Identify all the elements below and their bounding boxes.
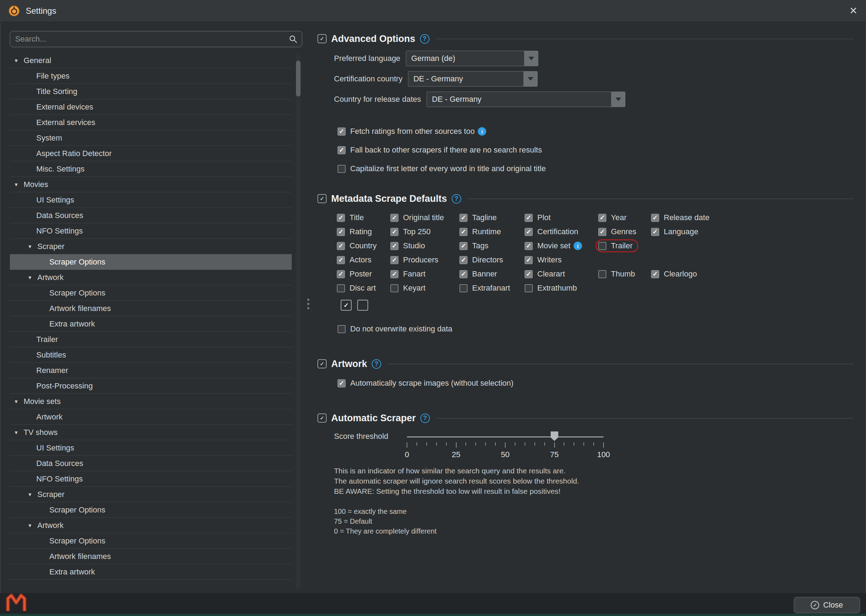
sidebar-item-tv-shows[interactable]: ▼TV shows [10,425,292,440]
meta-checkbox-studio[interactable]: ✓Studio [390,241,425,250]
meta-checkbox-plot[interactable]: ✓Plot [525,213,551,222]
expander-icon[interactable]: ▼ [27,244,33,249]
sidebar-item-movie-sets[interactable]: ▼Movie sets [10,394,292,409]
sidebar-item-nfo-settings[interactable]: NFO Settings [10,471,292,487]
meta-checkbox-rating[interactable]: ✓Rating [337,227,372,236]
search-input[interactable] [15,35,285,44]
checkbox-checked[interactable]: ✓ [651,228,659,236]
sidebar-item-general[interactable]: ▼General [10,53,292,68]
meta-checkbox-runtime[interactable]: ✓Runtime [459,227,501,236]
checkbox-unchecked[interactable] [338,325,346,333]
sidebar-item-ui-settings[interactable]: UI Settings [10,192,292,208]
checkbox-do-not-overwrite-existing-data[interactable]: Do not overwrite existing data [338,324,453,333]
sidebar-item-artwork-filenames[interactable]: Artwork filenames [10,301,292,316]
scrollbar-track[interactable] [296,53,300,589]
checkbox-checked[interactable]: ✓ [390,214,398,222]
search-box[interactable] [10,31,302,47]
checkbox-checked[interactable]: ✓ [337,228,345,236]
sidebar-item-post-processing[interactable]: Post-Processing [10,378,292,394]
meta-checkbox-tagline[interactable]: ✓Tagline [459,213,497,222]
sidebar-item-artwork[interactable]: Artwork [10,409,292,425]
meta-checkbox-top-250[interactable]: ✓Top 250 [390,227,431,236]
sidebar-item-scraper[interactable]: ▼Scraper [10,239,292,254]
checkbox-checked[interactable]: ✓ [459,214,468,222]
checkbox-unchecked[interactable] [459,284,468,292]
checkbox-automatically-scrape-images-without-selection[interactable]: ✓Automatically scrape images (without se… [338,376,513,391]
checkbox-checked[interactable]: ✓ [525,242,533,250]
sidebar-item-aspect-ratio-detector[interactable]: Aspect Ratio Detector [10,146,292,161]
meta-checkbox-producers[interactable]: ✓Producers [390,255,438,264]
meta-checkbox-clearlogo[interactable]: ✓Clearlogo [651,269,697,278]
dropdown-country-for-release-dates[interactable]: DE - Germany [427,91,626,107]
section-collapse-icon[interactable]: ✓ [317,359,327,368]
meta-checkbox-thumb[interactable]: Thumb [598,269,635,278]
close-button[interactable]: ✓ Close [794,597,860,613]
help-icon[interactable]: ? [420,413,430,423]
section-collapse-icon[interactable]: ✓ [317,194,327,203]
checkbox-unchecked[interactable] [390,284,398,292]
sidebar-item-file-types[interactable]: File types [10,68,292,84]
meta-checkbox-country[interactable]: ✓Country [337,241,377,250]
meta-checkbox-extrafanart[interactable]: Extrafanart [459,283,510,293]
checkbox-unchecked[interactable] [598,270,606,278]
meta-checkbox-directors[interactable]: ✓Directors [459,255,503,264]
sidebar-item-system[interactable]: System [10,130,292,146]
sidebar-item-misc-settings[interactable]: Misc. Settings [10,161,292,177]
meta-checkbox-release-date[interactable]: ✓Release date [651,213,710,222]
checkbox-checked[interactable]: ✓ [390,242,398,250]
search-icon[interactable] [289,35,298,44]
meta-checkbox-tags[interactable]: ✓Tags [459,241,488,250]
sidebar-item-external-services[interactable]: External services [10,115,292,130]
checkbox-checked[interactable]: ✓ [459,228,468,236]
sidebar-item-extra-artwork[interactable]: Extra artwork [10,564,292,580]
dropdown-preferred-language[interactable]: German (de) [406,51,538,66]
expander-icon[interactable]: ▼ [27,275,33,280]
dropdown-arrow-button[interactable] [523,71,537,86]
meta-checkbox-disc-art[interactable]: Disc art [337,283,376,293]
expander-icon[interactable]: ▼ [14,58,20,63]
sidebar-item-movies[interactable]: ▼Movies [10,177,292,192]
meta-checkbox-trailer[interactable]: Trailer [598,241,633,250]
expander-icon[interactable]: ▼ [27,523,33,528]
checkbox-fall-back-to-other-scrapers-if-there-are-no-search-results[interactable]: ✓Fall back to other scrapers if there ar… [338,142,546,158]
checkbox-checked[interactable]: ✓ [337,242,345,250]
checkbox-fetch-ratings-from-other-sources-too[interactable]: ✓Fetch ratings from other sources tooi [338,124,546,139]
checkbox-checked[interactable]: ✓ [337,256,345,264]
help-icon[interactable]: ? [372,359,381,369]
meta-checkbox-keyart[interactable]: Keyart [390,283,426,293]
checkbox-checked[interactable]: ✓ [337,270,345,278]
checkbox-capitalize-first-letter-of-every-word-in-title-and-original-title[interactable]: Capitalize first letter of every word in… [338,161,546,176]
checkbox-checked[interactable]: ✓ [390,228,398,236]
meta-checkbox-original-title[interactable]: ✓Original title [390,213,444,222]
expander-icon[interactable]: ▼ [14,430,20,435]
sidebar-item-extra-artwork[interactable]: Extra artwork [10,316,292,332]
meta-checkbox-writers[interactable]: ✓Writers [525,255,562,264]
score-threshold-slider[interactable]: 0255075100 [407,431,604,464]
checkbox-checked[interactable]: ✓ [459,242,468,250]
check-all-button[interactable]: ✓ [341,300,352,311]
sidebar-item-scraper-options[interactable]: Scraper Options [10,502,292,518]
dropdown-arrow-button[interactable] [611,92,625,107]
meta-checkbox-certification[interactable]: ✓Certification [525,227,578,236]
section-collapse-icon[interactable]: ✓ [317,34,327,43]
checkbox-checked[interactable]: ✓ [651,214,659,222]
checkbox-checked[interactable]: ✓ [525,256,533,264]
checkbox-checked[interactable]: ✓ [338,379,346,387]
sidebar-item-scraper[interactable]: ▼Scraper [10,487,292,502]
help-icon[interactable]: ? [420,34,429,44]
expander-icon[interactable]: ▼ [14,399,20,404]
sidebar-item-trailer[interactable]: Trailer [10,332,292,347]
checkbox-unchecked[interactable] [525,284,533,292]
checkbox-unchecked[interactable] [337,284,345,292]
meta-checkbox-poster[interactable]: ✓Poster [337,269,372,278]
expander-icon[interactable]: ▼ [27,492,33,497]
sidebar-item-artwork-filenames[interactable]: Artwork filenames [10,549,292,564]
expander-icon[interactable]: ▼ [14,182,20,187]
sidebar-item-ui-settings[interactable]: UI Settings [10,440,292,456]
uncheck-all-button[interactable] [357,300,368,311]
meta-checkbox-movie-set[interactable]: ✓Movie seti [525,241,582,250]
checkbox-checked[interactable]: ✓ [598,214,606,222]
checkbox-checked[interactable]: ✓ [598,228,606,236]
sidebar-item-data-sources[interactable]: Data Sources [10,208,292,223]
meta-checkbox-year[interactable]: ✓Year [598,213,626,222]
